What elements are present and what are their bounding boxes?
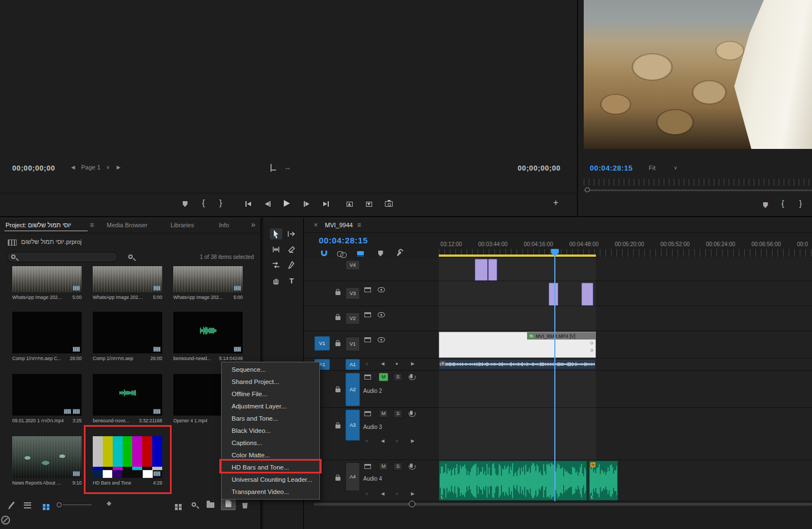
- clip-keyframe-dot[interactable]: [590, 349, 593, 352]
- timeline-timecode-current[interactable]: 00:04:28:15: [319, 236, 368, 245]
- extract-icon[interactable]: [363, 199, 375, 209]
- voiceover-mic-icon[interactable]: [410, 373, 413, 380]
- solo-button-a4[interactable]: S: [393, 462, 403, 471]
- mark-in-icon[interactable]: {: [202, 198, 205, 207]
- sort-diamond-icon[interactable]: ◆: [107, 500, 111, 507]
- new-bin-icon[interactable]: [204, 500, 217, 511]
- mute-button-a4[interactable]: M: [379, 462, 388, 471]
- video-clip[interactable]: [475, 259, 488, 281]
- next-keyframe-icon[interactable]: ▶: [411, 361, 414, 367]
- project-item-thumbnail[interactable]: [12, 374, 82, 416]
- pen-tool[interactable]: [285, 259, 298, 271]
- add-marker-icon[interactable]: [179, 199, 191, 209]
- zoom-chevron-down-icon[interactable]: ∨: [674, 165, 678, 171]
- program-add-marker-icon[interactable]: [759, 200, 771, 210]
- project-item-thumbnail[interactable]: [93, 374, 162, 416]
- program-mark-out-icon[interactable]: }: [799, 199, 802, 208]
- tab-project[interactable]: Project: יוסי תמול שלשום: [6, 222, 71, 228]
- audio-clip-a4[interactable]: L: [439, 461, 587, 501]
- video-clip-mvi-9944[interactable]: fx MVI_9944.MP4 [V]: [439, 332, 596, 358]
- project-panel-menu-icon[interactable]: ≡: [90, 221, 94, 229]
- audio-clip-a1[interactable]: R: [439, 359, 596, 370]
- razor-tool[interactable]: [285, 244, 298, 255]
- program-video-frame[interactable]: [584, 0, 812, 149]
- find-bin-icon[interactable]: [188, 499, 200, 510]
- timeline-tab-label[interactable]: MVI_9944: [325, 222, 353, 228]
- work-area-bar[interactable]: [439, 254, 596, 257]
- monitor-overlay-icon[interactable]: [270, 164, 272, 171]
- menu-item-universal-counting-leader[interactable]: Universal Counting Leader...: [222, 473, 319, 486]
- timeline-hscroll-handle[interactable]: [409, 501, 415, 507]
- track-name-a3[interactable]: Audio 3: [363, 424, 382, 430]
- track-target-a2[interactable]: A2: [345, 373, 360, 406]
- project-item-thumbnail[interactable]: [12, 436, 82, 478]
- prev-keyframe-icon[interactable]: ◀: [381, 438, 384, 444]
- lock-icon[interactable]: [335, 423, 340, 430]
- playhead-line[interactable]: [554, 256, 555, 501]
- audio-clip-a4-2[interactable]: fx L: [589, 461, 618, 501]
- export-frame-icon[interactable]: [383, 199, 395, 209]
- prev-keyframe-icon[interactable]: ◀: [381, 361, 384, 367]
- menu-item-offline-file[interactable]: Offline File...: [222, 388, 319, 400]
- lock-icon[interactable]: [335, 315, 340, 321]
- tab-info[interactable]: Info: [219, 222, 229, 228]
- hand-tool[interactable]: [270, 275, 282, 286]
- program-mark-in-icon[interactable]: {: [781, 199, 784, 208]
- lock-icon[interactable]: [335, 341, 340, 347]
- snap-icon[interactable]: [318, 248, 330, 259]
- tab-media-browser[interactable]: Media Browser: [107, 222, 147, 228]
- ripple-edit-tool[interactable]: [270, 244, 282, 255]
- page-prev-icon[interactable]: ◀: [71, 164, 75, 170]
- thumb-size-slider-handle[interactable]: [57, 502, 62, 507]
- go-to-out-icon[interactable]: [320, 199, 332, 209]
- mark-out-icon[interactable]: }: [219, 198, 222, 207]
- solo-button-a2[interactable]: S: [393, 373, 403, 381]
- track-select-tool[interactable]: [285, 228, 298, 239]
- menu-item-black-video[interactable]: Black Video...: [222, 425, 319, 437]
- project-file-name[interactable]: יוסי תמול שלשום.prproj: [21, 238, 82, 245]
- lift-icon[interactable]: [343, 199, 355, 209]
- lock-icon[interactable]: [335, 475, 340, 482]
- tab-libraries[interactable]: Libraries: [171, 222, 194, 228]
- sync-lock-icon[interactable]: [364, 374, 371, 381]
- timeline-settings-wrench-icon[interactable]: [392, 247, 404, 258]
- video-clip[interactable]: [488, 259, 497, 281]
- lock-icon[interactable]: [335, 387, 340, 393]
- play-icon[interactable]: [280, 198, 293, 208]
- tab-overflow-icon[interactable]: »: [251, 220, 255, 229]
- selection-tool[interactable]: [270, 228, 282, 239]
- add-keyframe-icon[interactable]: ○: [395, 438, 398, 444]
- show-keyframes-icon[interactable]: ○: [365, 361, 368, 367]
- add-keyframe-icon[interactable]: ○: [395, 491, 398, 497]
- list-view-icon[interactable]: [21, 500, 33, 511]
- show-keyframes-icon[interactable]: ○: [365, 491, 368, 497]
- sync-lock-icon[interactable]: [364, 337, 371, 343]
- video-clip[interactable]: [582, 283, 593, 306]
- type-tool[interactable]: T: [285, 275, 298, 286]
- menu-item-adjustment-layer[interactable]: Adjustment Layer...: [222, 400, 319, 412]
- sync-lock-icon[interactable]: [364, 411, 371, 417]
- drag-av-icon[interactable]: ↔: [284, 163, 291, 171]
- menu-item-hd-bars-and-tone[interactable]: HD Bars and Tone...: [222, 461, 319, 473]
- menu-item-bars-and-tone[interactable]: Bars and Tone...: [222, 412, 319, 425]
- sync-lock-icon[interactable]: [364, 463, 371, 470]
- menu-item-color-matte[interactable]: Color Matte...: [222, 449, 319, 461]
- sync-lock-icon[interactable]: [364, 287, 371, 293]
- video-clip[interactable]: [549, 283, 558, 306]
- next-keyframe-icon[interactable]: ▶: [411, 438, 414, 444]
- track-target-a1[interactable]: A1: [345, 359, 360, 370]
- menu-item-shared-project[interactable]: Shared Project...: [222, 376, 319, 388]
- program-mini-ruler[interactable]: [584, 179, 812, 186]
- track-output-eye-icon[interactable]: [378, 337, 385, 343]
- zoom-level-select[interactable]: Fit: [649, 164, 655, 171]
- zoom-bar-handle[interactable]: [585, 187, 590, 192]
- read-only-pencil-icon[interactable]: [6, 499, 18, 510]
- find-icon[interactable]: [124, 252, 137, 262]
- timeline-hscrollbar[interactable]: [314, 503, 812, 506]
- icon-view-icon[interactable]: [38, 500, 50, 511]
- trash-icon[interactable]: [239, 500, 251, 511]
- track-target-a3[interactable]: A3: [345, 410, 360, 441]
- track-name-a2[interactable]: Audio 2: [363, 388, 382, 394]
- search-box[interactable]: [7, 252, 118, 262]
- program-zoom-bar[interactable]: [584, 189, 812, 191]
